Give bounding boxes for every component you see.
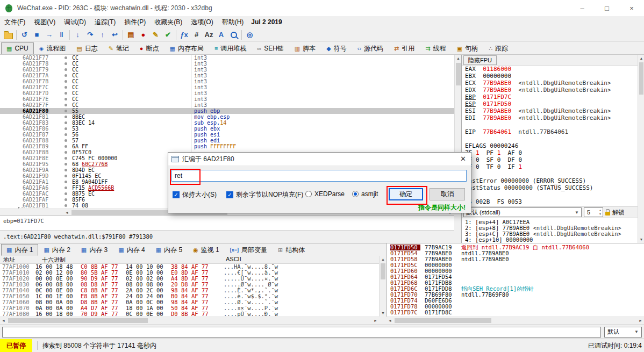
register-row[interactable]: EDI 77B9ABE0 <ntdll.DbgUiRemoteBreakin>	[462, 114, 638, 121]
breakpoint-dot[interactable]	[65, 116, 67, 118]
breakpoint-dot[interactable]	[65, 198, 67, 201]
register-row[interactable]: ECX 77B9ABE0 <ntdll.DbgUiRemoteBreakin>	[462, 80, 638, 87]
register-row[interactable]: EAX 01186000	[462, 66, 638, 73]
breakpoint-dot[interactable]	[65, 139, 67, 142]
disasm-row[interactable]: 6AD21F8857push edi	[0, 138, 454, 143]
step-over-icon-button[interactable]: ↷	[84, 29, 96, 41]
breakpoint-dot[interactable]	[65, 169, 67, 171]
keep-size-checkbox[interactable]: ✓ 保持大小(S)	[173, 190, 217, 199]
disasm-row[interactable]: 6AD21F7DCCint3	[0, 90, 454, 96]
pause-icon-button[interactable]: ‖	[55, 29, 68, 41]
hash-icon-button[interactable]: #	[190, 29, 203, 41]
register-row[interactable]: EDX 77B9ABE0 <ntdll.DbgUiRemoteBreakin>	[462, 87, 638, 94]
breakpoint-dot[interactable]	[65, 192, 67, 195]
stop-icon-button[interactable]: ■	[31, 29, 43, 41]
unlock-toggle[interactable]: 解锁	[605, 209, 624, 217]
register-row[interactable]: ESI 77B9ABE0 <ntdll.DbgUiRemoteBreakin>	[462, 107, 638, 114]
command-input[interactable]	[2, 327, 601, 337]
disasm-row[interactable]: 6AD21F8653push ebx	[0, 126, 454, 132]
disasm-row[interactable]: 6AD21F7ECCint3	[0, 96, 454, 102]
dump-row[interactable]: 77AF108016 00 18 0070 D9 AF 770C 00 0E 0…	[0, 311, 379, 317]
disasm-row[interactable]: 6AD21F7CCCint3	[0, 84, 454, 90]
az-icon-button[interactable]: Az	[203, 29, 215, 41]
stack-row[interactable]: 0171FD7C0171FD8C	[387, 310, 644, 315]
step-into-icon-button[interactable]: ↓	[71, 29, 84, 41]
register-row[interactable]: ESP 0171FD50	[462, 100, 638, 107]
tab-handles[interactable]: ▣句柄	[452, 42, 483, 54]
disasm-row[interactable]: 6AD21F8055push ebp	[0, 108, 454, 114]
disasm-row[interactable]: 6AD21F818BECmov ebp,esp	[0, 114, 454, 120]
restart-icon-button[interactable]: ↺	[18, 29, 31, 41]
tab-memory-1[interactable]: ▦内存 1	[1, 244, 38, 256]
tab-graph[interactable]: ◈流程图	[34, 42, 71, 54]
tab-symbols[interactable]: ◆符号	[321, 42, 352, 54]
search-icon-button[interactable]	[227, 29, 240, 41]
calling-convention-combo[interactable]: 默认 (stdcall) ▼	[463, 207, 582, 217]
tab-references[interactable]: ⇄引用	[389, 42, 420, 54]
argument-row[interactable]: 4: [esp+10] 00000000	[462, 237, 638, 243]
tab-log[interactable]: ▤日志	[71, 42, 103, 54]
command-mode-combo[interactable]: 默认 ▼	[604, 327, 642, 337]
breakpoint-dot[interactable]	[65, 157, 67, 160]
run-icon-button[interactable]: →	[43, 29, 55, 41]
menu-item[interactable]: 帮助(H)	[218, 17, 248, 28]
breakpoint-dot[interactable]	[65, 175, 67, 177]
byte-address-link[interactable]: ACD5566B	[88, 185, 114, 191]
tab-cpu[interactable]: ▦CPU	[1, 42, 34, 54]
breakpoint-dot[interactable]	[65, 145, 67, 148]
minimize-button[interactable]: –	[570, 0, 595, 16]
menu-item[interactable]: 文件(F)	[0, 17, 30, 28]
step-out-icon-button[interactable]: ↑	[96, 29, 109, 41]
dialog-title-bar[interactable]: 汇编于 6AD21F80	[168, 153, 471, 166]
maximize-button[interactable]: □	[595, 0, 619, 16]
xedparse-radio[interactable]: XEDParse	[305, 190, 345, 198]
disasm-row[interactable]: 6AD21F79CCint3	[0, 67, 454, 73]
patch-icon-button[interactable]: ✔	[162, 29, 174, 41]
menu-item[interactable]: 视图(V)	[30, 17, 60, 28]
open-file-icon-button[interactable]	[2, 29, 15, 41]
breakpoint-dot[interactable]	[65, 110, 67, 112]
close-button[interactable]: ×	[619, 0, 644, 16]
tab-breakpoints[interactable]: ●断点	[134, 42, 164, 54]
fx-icon-button[interactable]: ƒx	[178, 29, 190, 41]
byte-address-link[interactable]: 60C2776B	[82, 161, 108, 167]
tab-memory-5[interactable]: ▦内存 5	[151, 244, 188, 256]
menu-item[interactable]: 选项(O)	[187, 17, 217, 28]
breakpoint-dot[interactable]	[65, 151, 67, 154]
breakpoint-icon-button[interactable]: ●	[137, 29, 149, 41]
breakpoint-dot[interactable]	[65, 163, 67, 166]
disasm-row[interactable]: 6AD21F7FCCint3	[0, 102, 454, 108]
dump-vertical-scrollbar[interactable]: ▲▼	[379, 256, 387, 317]
assemble-instruction-input[interactable]: ret	[171, 170, 467, 182]
menu-item[interactable]: 调试(D)	[60, 17, 90, 28]
hide-fpu-button[interactable]: 隐藏FPU	[463, 55, 497, 65]
tab-memory-3[interactable]: ▦内存 3	[76, 244, 113, 256]
disasm-row[interactable]: 6AD21F7ACCint3	[0, 73, 454, 78]
run-to-return-icon-button[interactable]: ↩	[109, 29, 121, 41]
tab-notes[interactable]: ✎笔记	[103, 42, 134, 54]
breakpoint-dot[interactable]	[65, 92, 67, 95]
stack-horizontal-scrollbar[interactable]: ◄►	[387, 317, 644, 324]
dump-horizontal-scrollbar[interactable]: ◄►	[0, 317, 379, 324]
breakpoint-dot[interactable]	[65, 181, 67, 183]
disasm-row[interactable]: 6AD21F78CCint3	[0, 61, 454, 67]
breakpoint-dot[interactable]	[65, 86, 67, 89]
breakpoint-dot[interactable]	[65, 127, 67, 130]
registers-scrollbar[interactable]: ▲▼	[638, 55, 644, 243]
breakpoint-dot[interactable]	[65, 121, 67, 124]
tab-seh[interactable]: ∞SEH链	[252, 42, 289, 54]
memory-dump-view[interactable]: 地址 十六进制 ASCII 77AF100016 00 18 48C0 8B A…	[0, 256, 379, 317]
spinner-arrows-icon[interactable]: ▲▼	[599, 209, 603, 216]
info-icon-button[interactable]: ◎	[244, 29, 256, 41]
register-row[interactable]: EBX 00000000	[462, 73, 638, 80]
cancel-button[interactable]: 取消	[430, 188, 465, 200]
breakpoint-dot[interactable]	[65, 104, 67, 106]
tab-struct[interactable]: ⊞结构体	[273, 244, 310, 256]
notes-icon-button[interactable]: ✎	[149, 29, 162, 41]
disasm-row[interactable]: 6AD21F8383EC 14sub esp,14	[0, 120, 454, 126]
disasm-row[interactable]: 6AD21F77CCint3	[0, 55, 454, 61]
dialog-close-icon[interactable]: ✕	[460, 155, 466, 163]
breakpoint-dot[interactable]	[65, 204, 67, 207]
tab-watch-1[interactable]: ◉监视 1	[188, 244, 225, 256]
tab-memory-map[interactable]: ▦内存布局	[164, 42, 209, 54]
